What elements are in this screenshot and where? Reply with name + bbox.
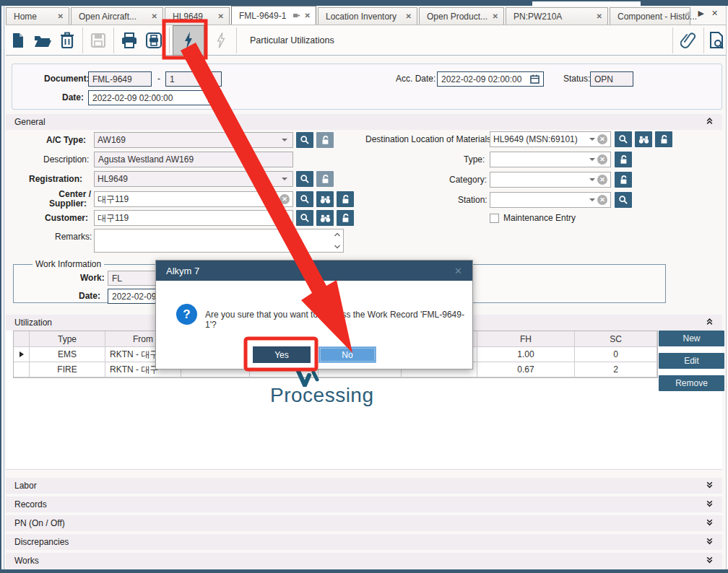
section-labor[interactable]: Labor: [6, 478, 722, 494]
print-preview-button[interactable]: [142, 28, 166, 53]
document-revision-field[interactable]: 1: [165, 71, 222, 87]
tab-close-icon[interactable]: ✕: [152, 12, 157, 20]
center-supplier-dropdown[interactable]: 대구119 ✕: [94, 191, 293, 207]
new-record-button[interactable]: New: [659, 331, 724, 346]
station-dropdown[interactable]: ✕: [490, 192, 611, 208]
pin-icon[interactable]: [292, 12, 300, 19]
collapse-up-icon[interactable]: [706, 117, 714, 127]
registration-search-button[interactable]: [296, 171, 313, 187]
tab-close-icon[interactable]: ✕: [406, 12, 412, 20]
tab-close-icon[interactable]: ✕: [305, 12, 311, 19]
document-number-field[interactable]: FML-9649: [88, 71, 152, 87]
col-fh-header[interactable]: FH: [477, 331, 575, 347]
tab-close-icon[interactable]: ✕: [58, 12, 64, 20]
section-discrepancies[interactable]: Discrepancies: [6, 534, 722, 550]
new-button[interactable]: [6, 28, 30, 53]
clear-icon[interactable]: ✕: [597, 134, 607, 144]
calendar-icon[interactable]: [530, 74, 540, 84]
category-unlock-button[interactable]: [615, 172, 632, 188]
col-type-header[interactable]: Type: [30, 331, 105, 347]
customer-dropdown[interactable]: 대구119 ✕: [94, 210, 293, 226]
section-records[interactable]: Records: [6, 497, 722, 512]
tab-location-inventory[interactable]: Location Inventory ✕: [318, 7, 417, 25]
col-sc-header[interactable]: SC: [575, 331, 657, 347]
destination-dropdown[interactable]: HL9649 (MSN:69101) ✕: [490, 131, 611, 147]
clear-icon[interactable]: ✕: [280, 213, 290, 223]
dialog-no-button[interactable]: No: [318, 346, 376, 363]
expand-down-icon[interactable]: [706, 499, 714, 509]
delete-button[interactable]: [55, 28, 79, 53]
tab-scroll-left-icon[interactable]: ◀: [685, 9, 690, 18]
spinner-up-icon[interactable]: [334, 232, 341, 237]
registration-dropdown[interactable]: HL9649: [94, 171, 293, 187]
processing-watermark: Processing: [270, 384, 374, 407]
tab-scroll-right-icon[interactable]: ▶: [698, 9, 703, 18]
description-label: Description:: [43, 154, 89, 165]
tab-close-icon[interactable]: ✕: [493, 12, 498, 20]
open-button[interactable]: [30, 28, 55, 53]
date-field[interactable]: 2022-02-09 02:00:00: [88, 90, 222, 105]
tab-list-close-icon[interactable]: ✕: [711, 9, 718, 18]
expand-down-icon[interactable]: [706, 481, 714, 491]
destination-search-button[interactable]: [615, 131, 632, 147]
dialog-yes-button[interactable]: Yes: [253, 346, 311, 363]
remove-record-button[interactable]: Remove: [659, 375, 724, 391]
tab-component-history[interactable]: Component - Histo...: [610, 7, 690, 25]
clear-icon[interactable]: ✕: [597, 154, 607, 165]
tab-close-icon[interactable]: ✕: [597, 12, 602, 20]
expand-down-icon[interactable]: [706, 518, 714, 528]
ac-type-search-button[interactable]: [296, 132, 313, 148]
clear-icon[interactable]: ✕: [597, 175, 607, 185]
customer-search-button[interactable]: [296, 210, 313, 226]
unlock-icon: [659, 134, 669, 144]
registration-unlock-button[interactable]: [316, 171, 334, 187]
customer-binoculars-button[interactable]: [316, 210, 334, 226]
process-button[interactable]: [173, 25, 204, 56]
type-dropdown[interactable]: ✕: [490, 152, 611, 167]
expand-down-icon[interactable]: [706, 537, 714, 547]
process-alt-button[interactable]: [209, 28, 233, 53]
destination-binoculars-button[interactable]: [635, 131, 652, 147]
tab-hl9649[interactable]: HL9649 ✕: [165, 7, 230, 25]
center-supplier-search-button[interactable]: [296, 191, 313, 207]
destination-unlock-button[interactable]: [655, 131, 672, 147]
document-report-button[interactable]: [707, 28, 726, 53]
tab-home[interactable]: Home ✕: [6, 7, 69, 25]
category-dropdown[interactable]: ✕: [490, 172, 611, 188]
tab-label: Home: [14, 12, 53, 22]
dialog-close-icon[interactable]: ✕: [454, 266, 462, 276]
center-supplier-unlock-button[interactable]: [337, 191, 354, 207]
tab-open-product[interactable]: Open Product... ✕: [419, 7, 504, 25]
attachments-button[interactable]: [676, 28, 701, 53]
station-search-button[interactable]: [615, 192, 632, 208]
calendar-icon[interactable]: [208, 93, 217, 102]
spinner-down-icon[interactable]: [334, 244, 341, 250]
type-unlock-button[interactable]: [615, 152, 632, 167]
clear-icon[interactable]: ✕: [597, 195, 607, 205]
tab-close-icon[interactable]: ✕: [218, 12, 224, 20]
tab-open-aircraft[interactable]: Open Aircraft... ✕: [71, 7, 163, 25]
ac-type-dropdown[interactable]: AW169: [94, 132, 293, 148]
section-works[interactable]: Works: [6, 553, 722, 569]
tab-label: PN:PW210A: [514, 12, 592, 22]
acc-date-field[interactable]: 2022-02-09 02:00:00: [437, 71, 544, 87]
clear-icon[interactable]: ✕: [280, 194, 290, 204]
tab-fml-9649-1[interactable]: FML-9649-1 ✕: [231, 6, 316, 25]
date-label: Date:: [62, 92, 84, 102]
collapse-up-icon[interactable]: [706, 318, 714, 328]
remarks-textarea[interactable]: [94, 229, 344, 253]
print-button[interactable]: [117, 28, 142, 53]
edit-record-button[interactable]: Edit: [659, 353, 724, 369]
maintenance-entry-checkbox-row[interactable]: Maintenance Entry: [490, 213, 576, 223]
center-supplier-binoculars-button[interactable]: [316, 191, 334, 207]
ac-type-unlock-button[interactable]: [316, 132, 334, 148]
customer-unlock-button[interactable]: [337, 210, 354, 226]
maintenance-entry-checkbox[interactable]: [490, 214, 499, 223]
save-button[interactable]: [86, 28, 110, 53]
section-pn-on-off[interactable]: PN (On / Off): [6, 515, 722, 531]
dialog-titlebar[interactable]: Alkym 7 ✕: [156, 261, 472, 281]
expand-down-icon[interactable]: [706, 556, 714, 566]
general-section-header[interactable]: General: [6, 114, 722, 130]
question-icon: ?: [176, 304, 197, 325]
tab-pn-pw210a[interactable]: PN:PW210A ✕: [506, 7, 608, 25]
